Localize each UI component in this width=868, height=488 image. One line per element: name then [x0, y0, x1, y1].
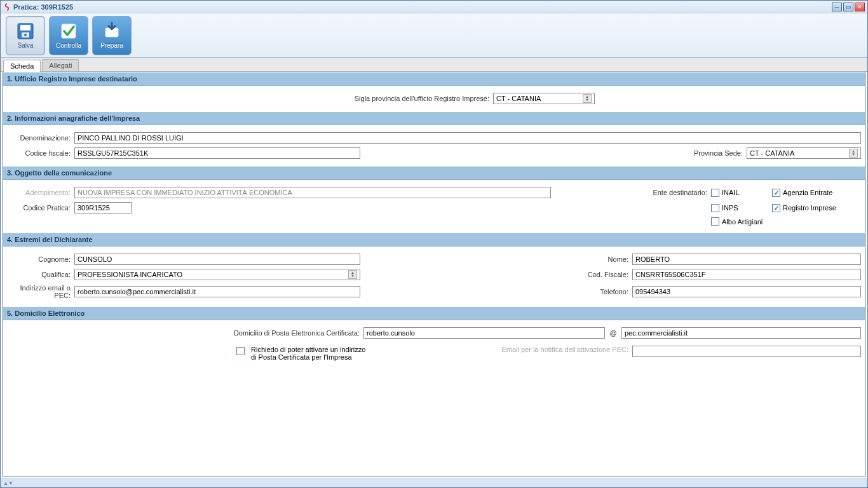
app-icon: [3, 3, 11, 11]
tab-allegati[interactable]: Allegati: [42, 59, 79, 71]
spinner-icon[interactable]: ▲▼: [583, 94, 592, 103]
prepare-icon: [101, 22, 123, 41]
codf-input[interactable]: [632, 269, 861, 280]
at-label: @: [609, 329, 618, 337]
svg-rect-1: [20, 25, 31, 30]
codf-label: Cod. Fiscale:: [565, 271, 628, 278]
pec-input[interactable]: [74, 286, 360, 297]
window-title: Pratica: 309R1525: [13, 3, 832, 11]
content: 1. Ufficio Registro Imprese destinatario…: [2, 72, 866, 477]
richiedo-label: Richiedo di poter attivare un indirizzo …: [251, 346, 372, 361]
toolbar: Salva Controlla Prepara: [1, 13, 867, 58]
tab-scheda[interactable]: Scheda: [3, 60, 41, 72]
section3-header: 3. Oggetto della comunicazione: [3, 166, 865, 180]
sigla-combo[interactable]: CT - CATANIA ▲▼: [493, 93, 595, 104]
titlebar: Pratica: 309R1525 ─ ▭ ✕: [1, 1, 867, 13]
resize-grip-icon: ▲▼: [3, 480, 13, 486]
nome-input[interactable]: [632, 254, 861, 265]
ente-label: Ente destinatario:: [644, 189, 707, 196]
controlla-label: Controlla: [56, 42, 81, 49]
denominazione-label: Denominazione:: [7, 134, 71, 142]
controlla-button[interactable]: Controlla: [49, 16, 88, 55]
denominazione-input[interactable]: [74, 132, 861, 144]
provsede-label: Provincia Sede:: [679, 149, 743, 157]
richiedo-checkbox[interactable]: [236, 347, 245, 355]
dom-local-input[interactable]: [363, 327, 605, 339]
sigla-label: Sigla provincia dell'ufficio Registro Im…: [273, 95, 489, 102]
cognome-label: Cognome:: [7, 255, 71, 263]
cf-input[interactable]: [74, 147, 360, 159]
save-icon: [15, 22, 36, 41]
dom-domain-input[interactable]: [621, 327, 861, 339]
section2-header: 2. Informazioni anagrafiche dell'Impresa: [3, 111, 865, 125]
codicepratica-label: Codice Pratica:: [7, 204, 71, 212]
statusbar: ▲▼: [1, 478, 867, 487]
salva-label: Salva: [17, 42, 33, 49]
inps-checkbox[interactable]: [711, 204, 719, 212]
section4-header: 4. Estremi del Dichiarante: [3, 233, 865, 247]
cognome-input[interactable]: [74, 254, 360, 265]
section5-header: 5. Domicilio Elettronico: [3, 306, 865, 320]
inps-label: INPS: [722, 204, 738, 212]
albo-label: Albo Artigiani: [722, 218, 763, 226]
salva-button[interactable]: Salva: [6, 16, 45, 55]
tel-label: Telefono:: [565, 288, 628, 295]
agenzia-label: Agenzia Entrate: [783, 189, 832, 196]
notifica-input[interactable]: [632, 346, 861, 357]
qualifica-label: Qualifica:: [7, 271, 71, 278]
notifica-label: Email per la notifica dell'attivazione P…: [489, 346, 628, 353]
tel-input[interactable]: [632, 286, 861, 297]
agenzia-checkbox[interactable]: [772, 189, 780, 197]
provsede-value: CT - CATANIA: [750, 149, 794, 157]
tabstrip: Scheda Allegati: [1, 58, 867, 72]
sigla-value: CT - CATANIA: [496, 95, 541, 102]
adempimento-label: Adempimento:: [7, 189, 71, 196]
window: Pratica: 309R1525 ─ ▭ ✕ Salva Controlla …: [0, 0, 868, 488]
prepara-label: Prepara: [100, 42, 123, 49]
section1-header: 1. Ufficio Registro Imprese destinatario: [3, 72, 865, 86]
provsede-combo[interactable]: CT - CATANIA ▲▼: [747, 147, 861, 159]
inail-label: INAIL: [722, 189, 740, 196]
check-icon: [58, 22, 79, 41]
svg-point-3: [24, 34, 27, 36]
spinner-icon[interactable]: ▲▼: [849, 149, 858, 158]
adempimento-input: [74, 187, 551, 198]
qualifica-value: PROFESSIONISTA INCARICATO: [78, 271, 182, 278]
inail-checkbox[interactable]: [711, 189, 719, 197]
close-button[interactable]: ✕: [855, 3, 865, 11]
maximize-button[interactable]: ▭: [843, 3, 853, 11]
nome-label: Nome:: [565, 255, 628, 263]
pec-label: Indirizzo email o PEC:: [7, 284, 71, 299]
codicepratica-input[interactable]: [74, 202, 132, 214]
cf-label: Codice fiscale:: [7, 149, 71, 157]
registro-label: Registro Imprese: [783, 204, 836, 212]
prepara-button[interactable]: Prepara: [92, 16, 132, 55]
window-controls: ─ ▭ ✕: [832, 3, 865, 11]
minimize-button[interactable]: ─: [832, 3, 842, 11]
dom-label: Domicilio di Posta Elettronica Certifica…: [7, 329, 360, 337]
albo-checkbox[interactable]: [711, 217, 719, 226]
qualifica-combo[interactable]: PROFESSIONISTA INCARICATO ▲▼: [74, 269, 360, 280]
spinner-icon[interactable]: ▲▼: [348, 270, 357, 279]
registro-checkbox[interactable]: [772, 204, 780, 212]
